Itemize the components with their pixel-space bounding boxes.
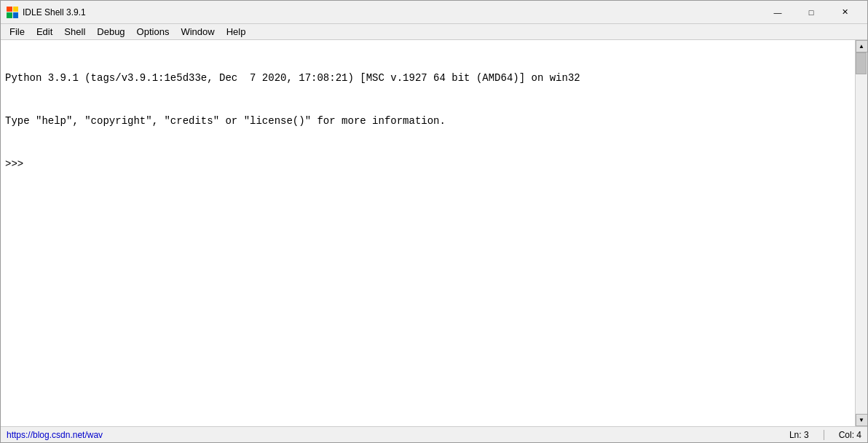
icon-q2 xyxy=(13,7,19,12)
shell-line-1: Python 3.9.1 (tags/v3.9.1:1e5d33e, Dec 7… xyxy=(5,71,851,86)
window-controls: — □ ✕ xyxy=(761,1,861,24)
shell-output[interactable]: Python 3.9.1 (tags/v3.9.1:1e5d33e, Dec 7… xyxy=(1,40,855,426)
menu-bar: File Edit Shell Debug Options Window Hel… xyxy=(1,24,867,40)
menu-options[interactable]: Options xyxy=(131,25,175,39)
menu-shell[interactable]: Shell xyxy=(58,25,91,39)
status-bar: https://blog.csdn.net/wav Ln: 3 Col: 4 xyxy=(1,426,867,442)
icon-q3 xyxy=(7,12,12,18)
scroll-thumb[interactable] xyxy=(856,52,867,74)
shell-prompt: >>> xyxy=(5,157,851,172)
scroll-up-button[interactable]: ▲ xyxy=(856,40,868,52)
status-ln: Ln: 3 xyxy=(789,430,809,440)
close-button[interactable]: ✕ xyxy=(828,1,861,24)
maximize-button[interactable]: □ xyxy=(794,1,828,24)
menu-help[interactable]: Help xyxy=(221,25,252,39)
status-position: Ln: 3 Col: 4 xyxy=(789,430,861,440)
scroll-thumb-area xyxy=(856,52,867,414)
scroll-down-button[interactable]: ▼ xyxy=(856,414,868,426)
menu-edit[interactable]: Edit xyxy=(31,25,58,39)
title-bar: IDLE Shell 3.9.1 — □ ✕ xyxy=(1,1,867,24)
icon-q4 xyxy=(13,12,19,18)
status-col: Col: 4 xyxy=(839,430,861,440)
idle-window: IDLE Shell 3.9.1 — □ ✕ File Edit Shell D… xyxy=(0,0,868,443)
app-icon xyxy=(7,7,18,18)
menu-file[interactable]: File xyxy=(4,25,31,39)
icon-q1 xyxy=(7,7,12,12)
status-separator xyxy=(824,430,824,440)
window-title: IDLE Shell 3.9.1 xyxy=(23,7,761,17)
menu-window[interactable]: Window xyxy=(175,25,220,39)
scrollbar: ▲ ▼ xyxy=(855,40,867,426)
shell-line-2: Type "help", "copyright", "credits" or "… xyxy=(5,114,851,129)
shell-content: Python 3.9.1 (tags/v3.9.1:1e5d33e, Dec 7… xyxy=(1,40,867,426)
minimize-button[interactable]: — xyxy=(761,1,794,24)
status-link: https://blog.csdn.net/wav xyxy=(7,430,789,440)
menu-debug[interactable]: Debug xyxy=(91,25,130,39)
